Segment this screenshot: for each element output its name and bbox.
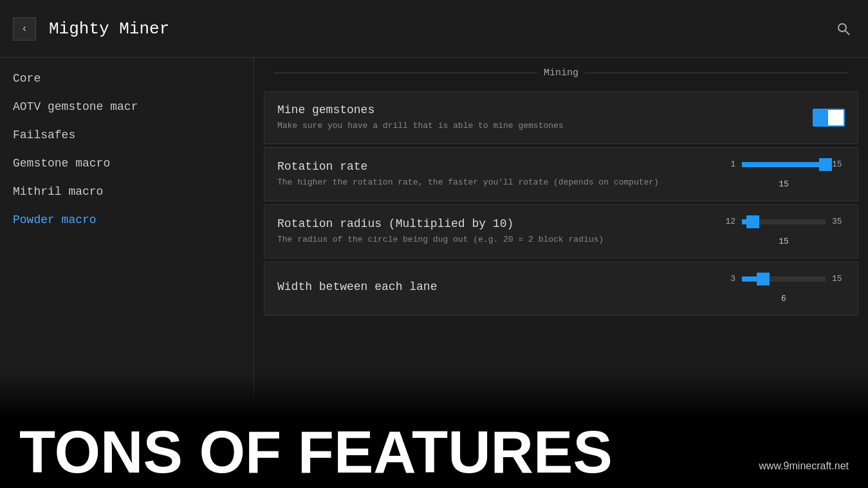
website-watermark: www.9minecraft.net xyxy=(759,460,849,482)
search-button[interactable] xyxy=(832,17,855,41)
rotation-rate-card: Rotation rate The higher the rotation ra… xyxy=(264,147,858,201)
width-lanes-right: 3 15 6 xyxy=(723,274,845,303)
mine-gemstones-left: Mine gemstones Make sure you have a dril… xyxy=(277,104,676,132)
tagline-text: TONS OF FEATURES xyxy=(19,422,613,482)
mine-gemstones-desc: Make sure you have a drill that is able … xyxy=(277,120,676,132)
sidebar-item-powder[interactable]: Powder macro xyxy=(0,206,254,234)
rotation-radius-desc: The radius of the circle being dug out (… xyxy=(277,234,676,246)
rotation-radius-card: Rotation radius (Multiplied by 10) The r… xyxy=(264,204,858,258)
sidebar-item-failsafes[interactable]: Failsafes xyxy=(0,121,254,149)
back-button[interactable]: ‹ xyxy=(13,17,36,41)
rotation-radius-slider-row: 12 35 xyxy=(723,217,845,226)
rotation-rate-thumb[interactable] xyxy=(819,158,832,171)
search-icon xyxy=(837,23,850,35)
rotation-rate-slider-row: 1 15 xyxy=(723,159,845,169)
mine-gemstones-title: Mine gemstones xyxy=(277,104,676,116)
rotation-radius-value: 15 xyxy=(779,237,789,246)
rotation-rate-slider[interactable] xyxy=(742,162,826,167)
width-lanes-left: Width between each lane xyxy=(277,280,676,297)
rotation-rate-left: Rotation rate The higher the rotation ra… xyxy=(277,160,676,188)
app-container: ‹ Mighty Miner Core AOTV gemstone macr F… xyxy=(0,0,868,488)
sidebar-item-mithril[interactable]: Mithril macro xyxy=(0,177,254,206)
section-header: Mining xyxy=(254,58,868,88)
app-title: Mighty Miner xyxy=(49,19,832,39)
rotation-rate-fill xyxy=(742,162,826,167)
sidebar-item-core[interactable]: Core xyxy=(0,64,254,93)
width-lanes-title: Width between each lane xyxy=(277,280,676,293)
width-lanes-slider[interactable] xyxy=(742,276,826,282)
mine-gemstones-card: Mine gemstones Make sure you have a dril… xyxy=(264,91,858,144)
rotation-radius-right: 12 35 15 xyxy=(723,217,845,246)
toggle-thumb xyxy=(828,110,844,125)
width-lanes-max: 15 xyxy=(832,274,845,284)
rotation-radius-title: Rotation radius (Multiplied by 10) xyxy=(277,217,676,230)
rotation-radius-left: Rotation radius (Multiplied by 10) The r… xyxy=(277,217,676,246)
rotation-rate-value: 15 xyxy=(779,179,789,189)
sidebar-item-aotv[interactable]: AOTV gemstone macr xyxy=(0,93,254,121)
rotation-rate-title: Rotation rate xyxy=(277,160,676,173)
top-bar: ‹ Mighty Miner xyxy=(0,0,868,58)
rotation-radius-slider[interactable] xyxy=(742,219,826,224)
rotation-radius-thumb[interactable] xyxy=(746,215,759,228)
width-lanes-card: Width between each lane 3 15 6 xyxy=(264,262,858,316)
section-label: Mining xyxy=(544,68,578,78)
rotation-rate-max: 15 xyxy=(832,159,845,169)
svg-point-0 xyxy=(838,24,846,32)
width-lanes-slider-row: 3 15 xyxy=(723,274,845,284)
rotation-rate-right: 1 15 15 xyxy=(723,159,845,189)
rotation-radius-max: 35 xyxy=(832,217,845,226)
width-lanes-value: 6 xyxy=(781,294,786,303)
width-lanes-thumb[interactable] xyxy=(757,273,770,285)
rotation-radius-min: 12 xyxy=(723,217,735,226)
svg-line-1 xyxy=(845,31,849,35)
mine-gemstones-toggle[interactable] xyxy=(813,109,845,127)
width-lanes-min: 3 xyxy=(723,274,735,284)
rotation-rate-min: 1 xyxy=(723,159,735,169)
mine-gemstones-right xyxy=(813,109,845,127)
rotation-rate-desc: The higher the rotation rate, the faster… xyxy=(277,177,676,188)
bottom-overlay: TONS OF FEATURES www.9minecraft.net xyxy=(0,372,868,488)
sidebar-item-gemstone[interactable]: Gemstone macro xyxy=(0,149,254,177)
